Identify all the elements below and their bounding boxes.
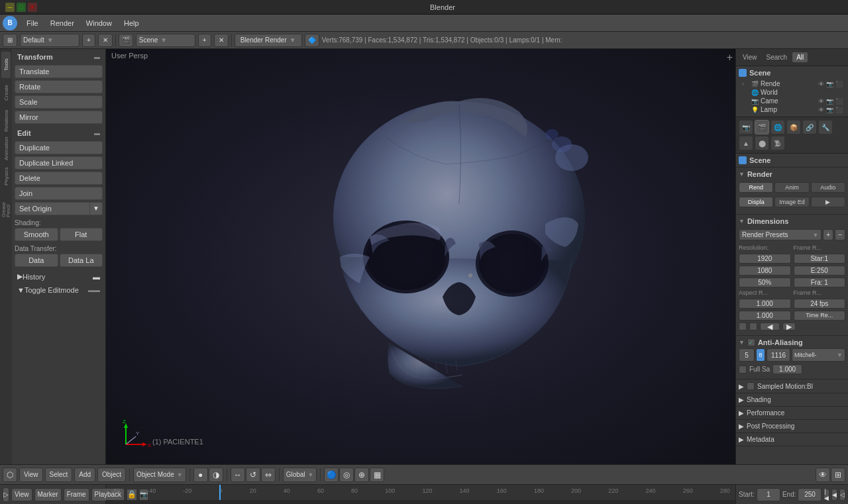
frame-start-input[interactable] (794, 254, 846, 264)
prop-tab-scene[interactable]: 🎬 (755, 120, 769, 134)
join-button[interactable]: Join (15, 187, 103, 200)
aa-full-btn[interactable]: 8 (756, 348, 765, 362)
prop-tab-modifiers[interactable]: 🔧 (818, 120, 833, 134)
start-frame-input[interactable] (757, 488, 780, 501)
scale-icon-btn[interactable]: ⇔ (261, 468, 276, 482)
side-tab-tools[interactable]: Tools (1, 52, 11, 78)
solid-shade-btn[interactable]: ● (193, 468, 208, 482)
render-eye-icon[interactable]: 👁 (818, 81, 824, 87)
maximize-button[interactable]: □ (17, 3, 26, 12)
shading-prop-section[interactable]: ▶ Shading (736, 393, 848, 407)
history-section[interactable]: ▶ History ▬ (15, 271, 103, 282)
set-origin-arrow[interactable]: ▼ (89, 202, 103, 215)
add-menu-btn[interactable]: Add (74, 468, 95, 482)
timeline-main[interactable]: -60 -40 -20 0 20 40 60 80 100 120 140 16… (106, 485, 735, 504)
screen-add-btn[interactable]: + (82, 34, 95, 47)
checkbox-1[interactable] (739, 323, 747, 330)
gizmo-icon-btn[interactable]: ⊞ (831, 468, 845, 482)
snap-icon-btn[interactable]: 🔵 (324, 468, 339, 482)
edit-section-header[interactable]: Edit ▬ (15, 128, 103, 138)
rotate-icon-btn[interactable]: ↺ (246, 468, 260, 482)
post-processing-section[interactable]: ▶ Post Processing (736, 420, 848, 433)
prop-tab-render[interactable]: 📷 (739, 120, 753, 134)
view-menu-btn[interactable]: View (19, 468, 43, 482)
timeline-view-btn[interactable]: View (11, 488, 32, 501)
performance-section[interactable]: ▶ Performance (736, 407, 848, 420)
overlay-icon-btn[interactable]: 👁 (816, 468, 830, 482)
aa-filter-select[interactable]: Mitchell-▼ (792, 348, 845, 362)
nav-left-btn[interactable]: ◀ (760, 323, 780, 330)
transform-section-header[interactable]: Transform ▬ (15, 52, 103, 62)
menu-render[interactable]: Render (45, 18, 80, 28)
layer-icon-btn[interactable]: ▦ (370, 468, 384, 482)
render-subtab-rend[interactable]: Rend (739, 182, 773, 193)
object-menu-btn[interactable]: Object (97, 468, 126, 482)
fps-input[interactable] (794, 299, 846, 309)
rpanel-tab-all[interactable]: All (792, 52, 808, 62)
timeline-editor-icon[interactable]: ▷ (3, 487, 9, 502)
translate-button[interactable]: Translate (15, 65, 103, 78)
data-button[interactable]: Data (15, 254, 58, 267)
scene-select[interactable]: Scene ▼ (136, 34, 195, 47)
viewport-expand-btn[interactable]: + (727, 52, 733, 64)
duplicate-linked-button[interactable]: Duplicate Linked (15, 156, 103, 170)
timeline-frame-btn[interactable]: Frame (64, 488, 89, 501)
jump-start-btn[interactable]: |◀ (823, 489, 829, 501)
smooth-button[interactable]: Smooth (15, 228, 58, 241)
texture-shade-btn[interactable]: ◑ (209, 468, 223, 482)
side-tab-relations[interactable]: Relations (1, 107, 11, 134)
scale-button[interactable]: Scale (15, 95, 103, 109)
render-section-header[interactable]: ▼ Render (739, 170, 845, 178)
camera-eye-icon[interactable]: 👁 (818, 98, 824, 105)
scene-add-btn[interactable]: + (198, 34, 211, 47)
prev-frame-btn[interactable]: ◀ (831, 489, 837, 501)
full-sa-input[interactable] (772, 364, 802, 374)
aspect-x-input[interactable] (739, 299, 791, 309)
proportional-icon-btn[interactable]: ◎ (339, 468, 354, 482)
display-subtab-display[interactable]: Displa (739, 197, 773, 207)
aa-checkbox[interactable] (747, 338, 755, 346)
blender-logo[interactable]: B (3, 16, 17, 30)
viewport[interactable]: User Persp + (106, 49, 735, 464)
prop-tab-material[interactable]: ⬤ (755, 136, 769, 150)
render-subtab-audio[interactable]: Audio (811, 182, 845, 193)
checkbox-2[interactable] (749, 323, 757, 330)
lamp-eye-icon[interactable]: 👁 (818, 107, 824, 113)
menu-file[interactable]: File (21, 18, 44, 28)
screen-layout-select[interactable]: Default ▼ (20, 34, 80, 47)
resolution-y-input[interactable] (739, 266, 791, 276)
screen-layout-icon[interactable]: ⊞ (3, 34, 17, 47)
minimize-button[interactable]: ─ (5, 3, 15, 12)
frame-end-input[interactable] (794, 266, 846, 276)
duplicate-button[interactable]: Duplicate (15, 141, 103, 154)
resolution-percent-input[interactable] (739, 277, 791, 287)
aa-value-input[interactable] (767, 348, 790, 362)
prop-tab-texture[interactable]: 🗜 (770, 136, 785, 150)
side-tab-physics[interactable]: Physics (1, 163, 11, 189)
toggle-editmode-section[interactable]: ▼ Toggle Editmode ▬▬ (15, 285, 103, 295)
resolution-x-input[interactable] (739, 254, 791, 264)
select-menu-btn[interactable]: Select (45, 468, 73, 482)
full-sa-checkbox[interactable] (739, 366, 747, 374)
menu-help[interactable]: Help (119, 18, 144, 28)
editor-type-icon[interactable]: ⬡ (3, 468, 17, 482)
dimensions-header[interactable]: ▼ Dimensions (739, 217, 845, 225)
flat-button[interactable]: Flat (60, 228, 103, 241)
set-origin-button[interactable]: Set Origin (15, 202, 89, 215)
mirror-button[interactable]: Mirror (15, 111, 103, 124)
prev-keyframe-btn[interactable]: ◁ (839, 489, 845, 501)
scene-icon-btn[interactable]: 🎬 (119, 34, 133, 47)
render-presets-add[interactable]: + (823, 229, 833, 240)
side-tab-create[interactable]: Create (1, 79, 11, 106)
screen-remove-btn[interactable]: ✕ (98, 34, 113, 47)
aspect-y-input[interactable] (739, 311, 791, 321)
rpanel-tab-view[interactable]: View (739, 52, 761, 62)
global-select[interactable]: Global ▼ (283, 468, 317, 482)
gimbal-icon-btn[interactable]: ⊕ (354, 468, 369, 482)
sampled-motion-checkbox[interactable] (747, 382, 755, 390)
side-tab-animation[interactable]: Animation (1, 135, 11, 162)
render-presets-select[interactable]: Render Presets ▼ (739, 229, 822, 240)
rotate-button[interactable]: Rotate (15, 80, 103, 93)
render-presets-remove[interactable]: − (835, 229, 845, 240)
rpanel-tab-search[interactable]: Search (763, 52, 792, 62)
